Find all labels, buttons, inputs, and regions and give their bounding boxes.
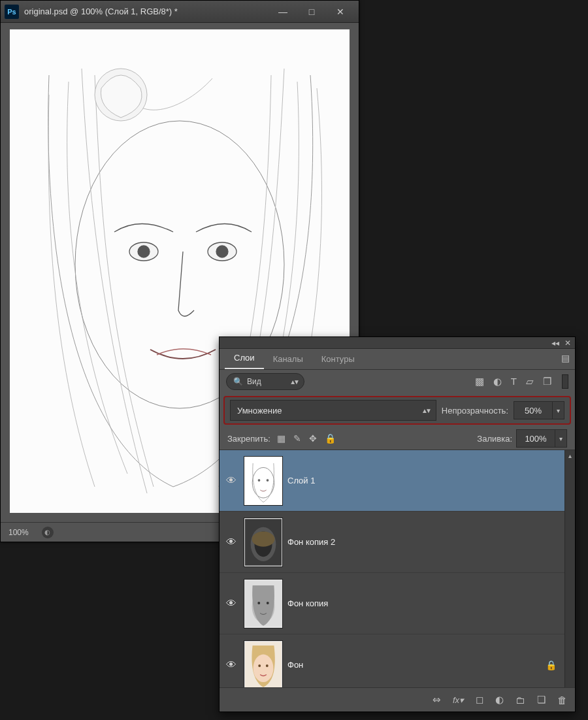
layer-name[interactable]: Фон копия 2 bbox=[287, 537, 335, 547]
visibility-toggle-icon[interactable]: 👁 bbox=[220, 475, 243, 487]
layer-row[interactable]: 👁 Фон копия bbox=[220, 573, 575, 634]
blend-mode-dropdown[interactable]: Умножение ▲▼ bbox=[230, 400, 436, 421]
layer-row[interactable]: 👁 Фон копия 2 bbox=[220, 512, 575, 573]
dropdown-arrows-icon: ▲▼ bbox=[421, 407, 429, 414]
layer-thumbnail[interactable] bbox=[244, 641, 282, 689]
layer-name[interactable]: Фон bbox=[287, 660, 303, 670]
filter-type-label: Вид bbox=[247, 377, 261, 386]
minimize-button[interactable]: — bbox=[269, 3, 297, 20]
layer-row[interactable]: 👁 Слой 1 bbox=[220, 450, 575, 512]
document-titlebar[interactable]: Ps original.psd @ 100% (Слой 1, RGB/8*) … bbox=[1, 1, 359, 23]
collapse-arrows-icon[interactable]: ◂◂ bbox=[551, 339, 559, 347]
layers-scrollbar[interactable]: ▴ bbox=[564, 450, 575, 687]
visibility-toggle-icon[interactable]: 👁 bbox=[220, 659, 243, 671]
layer-name[interactable]: Слой 1 bbox=[287, 476, 315, 485]
svg-point-10 bbox=[267, 479, 269, 482]
tab-layers[interactable]: Слои bbox=[225, 349, 264, 369]
panel-topbar[interactable]: ◂◂ ✕ bbox=[220, 337, 575, 349]
layer-filter-dropdown[interactable]: 🔍 Вид ▲▼ bbox=[226, 373, 304, 390]
visibility-toggle-icon[interactable]: 👁 bbox=[220, 598, 243, 610]
photoshop-app-icon: Ps bbox=[5, 5, 19, 19]
panel-tabs: Слои Каналы Контуры ▤ bbox=[220, 349, 575, 370]
svg-point-14 bbox=[252, 531, 275, 546]
add-mask-icon[interactable]: ◻ bbox=[476, 694, 483, 706]
svg-point-5 bbox=[216, 246, 228, 257]
layer-thumbnail[interactable] bbox=[244, 457, 282, 505]
blend-mode-value: Умножение bbox=[237, 406, 282, 416]
filter-adjustment-icon[interactable]: ◐ bbox=[493, 376, 502, 387]
opacity-input[interactable]: 50% bbox=[514, 401, 553, 419]
svg-point-21 bbox=[258, 664, 261, 667]
lock-transparency-icon[interactable]: ▦ bbox=[277, 433, 286, 444]
opacity-label: Непрозрачность: bbox=[442, 406, 508, 416]
statusbar-info-icon[interactable]: ◐ bbox=[42, 527, 54, 538]
svg-point-9 bbox=[258, 479, 261, 482]
filter-toggle[interactable] bbox=[562, 374, 568, 389]
svg-rect-7 bbox=[246, 458, 281, 503]
dropdown-arrows-icon: ▲▼ bbox=[289, 378, 297, 385]
layer-locked-icon: 🔒 bbox=[546, 660, 557, 670]
close-button[interactable]: ✕ bbox=[326, 3, 355, 20]
svg-point-17 bbox=[257, 602, 260, 604]
layer-filter-row: 🔍 Вид ▲▼ ▩ ◐ T ▱ ❐ bbox=[220, 370, 575, 393]
svg-point-20 bbox=[253, 654, 274, 681]
lock-fill-row: Закрепить: ▦ ✎ ✥ 🔒 Заливка: 100% ▾ bbox=[220, 427, 575, 450]
window-controls: — □ ✕ bbox=[269, 3, 355, 20]
new-group-icon[interactable]: 🗀 bbox=[515, 695, 525, 706]
layers-panel-footer: ⇔ fx▾ ◻ ◐ 🗀 ❏ 🗑 bbox=[220, 688, 575, 712]
svg-point-22 bbox=[266, 664, 269, 667]
lock-all-icon[interactable]: 🔒 bbox=[325, 433, 336, 444]
zoom-level[interactable]: 100% bbox=[8, 528, 29, 537]
lock-label: Закрепить: bbox=[227, 434, 270, 444]
tab-paths[interactable]: Контуры bbox=[312, 350, 364, 369]
svg-point-18 bbox=[267, 602, 269, 604]
layers-list[interactable]: 👁 Слой 1 👁 Фон копия 2 👁 Фон копия 👁 bbox=[220, 450, 575, 688]
link-layers-icon[interactable]: ⇔ bbox=[433, 694, 441, 706]
filter-type-icon[interactable]: T bbox=[511, 376, 517, 387]
layer-name[interactable]: Фон копия bbox=[287, 598, 328, 608]
panel-close-icon[interactable]: ✕ bbox=[564, 339, 571, 347]
filter-shape-icon[interactable]: ▱ bbox=[526, 376, 534, 387]
fill-label: Заливка: bbox=[477, 434, 512, 444]
filter-smartobject-icon[interactable]: ❐ bbox=[543, 376, 551, 387]
fill-dropdown-arrow[interactable]: ▾ bbox=[555, 429, 567, 448]
layer-fx-icon[interactable]: fx▾ bbox=[453, 695, 464, 705]
fill-input[interactable]: 100% bbox=[516, 429, 555, 448]
visibility-toggle-icon[interactable]: 👁 bbox=[220, 536, 243, 548]
maximize-button[interactable]: □ bbox=[297, 3, 326, 20]
scroll-up-icon[interactable]: ▴ bbox=[565, 450, 575, 461]
layers-panel: ◂◂ ✕ Слои Каналы Контуры ▤ 🔍 Вид ▲▼ ▩ ◐ … bbox=[219, 336, 576, 712]
opacity-dropdown-arrow[interactable]: ▾ bbox=[553, 401, 564, 419]
filter-pixel-icon[interactable]: ▩ bbox=[475, 376, 484, 387]
layer-thumbnail[interactable] bbox=[244, 518, 282, 566]
svg-point-4 bbox=[138, 246, 150, 257]
delete-layer-icon[interactable]: 🗑 bbox=[557, 695, 567, 706]
lock-position-icon[interactable]: ✥ bbox=[309, 433, 317, 444]
blend-opacity-row: Умножение ▲▼ Непрозрачность: 50% ▾ bbox=[223, 396, 571, 425]
panel-menu-icon[interactable]: ▤ bbox=[561, 353, 570, 363]
lock-image-icon[interactable]: ✎ bbox=[293, 433, 301, 444]
search-icon: 🔍 bbox=[233, 377, 243, 386]
new-adjustment-icon[interactable]: ◐ bbox=[495, 694, 504, 706]
layer-thumbnail[interactable] bbox=[244, 580, 282, 628]
document-title: original.psd @ 100% (Слой 1, RGB/8*) * bbox=[24, 7, 269, 16]
tab-channels[interactable]: Каналы bbox=[264, 350, 312, 369]
layer-row[interactable]: 👁 Фон 🔒 bbox=[220, 634, 575, 688]
new-layer-icon[interactable]: ❏ bbox=[537, 694, 546, 706]
